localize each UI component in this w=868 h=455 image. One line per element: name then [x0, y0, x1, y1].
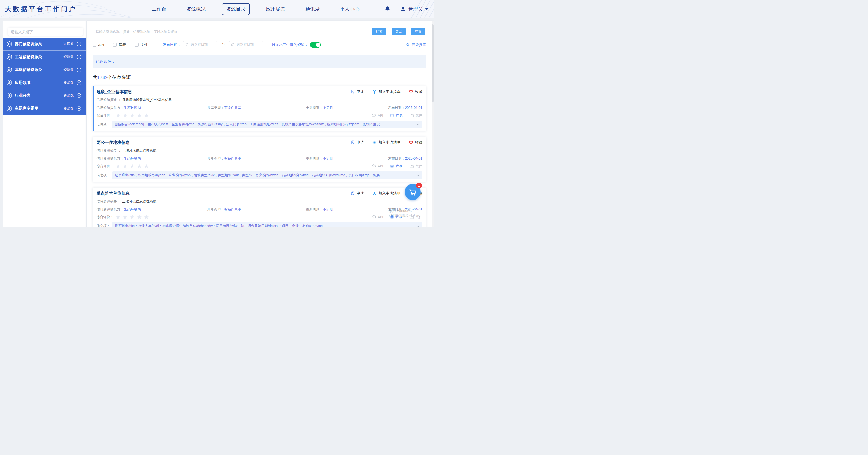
card-header: 重点监管单位信息 申请 加入申请清单	[96, 191, 422, 196]
star-icon	[130, 215, 135, 220]
export-button[interactable]: 导出	[392, 28, 406, 35]
hexagon-cube-icon	[6, 54, 12, 60]
update-cycle-value: 不定期	[323, 106, 333, 109]
sidebar-item-subject-info[interactable]: 主题信息资源类资源数	[3, 51, 86, 63]
rating-stars	[116, 164, 149, 169]
resource-card-list: 危废_企业基本信息 申请 加入申请清单	[93, 86, 426, 228]
card-actions: 申请 加入申请清单 收藏	[350, 90, 422, 94]
channel-list: API 库表 文件	[371, 164, 422, 169]
chevron-circle-icon[interactable]	[76, 80, 82, 86]
nav-resource-catalog[interactable]: 资源目录	[222, 3, 250, 15]
chevron-circle-icon[interactable]	[76, 54, 82, 60]
star-icon	[144, 164, 149, 169]
date-from-input[interactable]: 请选择日期	[183, 41, 217, 48]
favorite-button[interactable]: 收藏	[409, 90, 422, 94]
publish-date-value: 2025-04-01	[405, 106, 422, 109]
nav-contacts[interactable]: 通讯录	[302, 4, 324, 14]
sidebar-item-basic-info[interactable]: 基础信息资源类资源数	[3, 63, 86, 76]
info-items-row: 信息项： 是否退出/sftc；行业大类/hydl；初步调查报告编制单位/dcbg…	[96, 222, 422, 228]
apply-doc-icon	[350, 191, 355, 196]
resource-title[interactable]: 两公一住地块信息	[96, 140, 130, 145]
nav-personal-center[interactable]: 个人中心	[336, 4, 363, 14]
publish-date-field: 发布日期：2025-04-01	[388, 207, 422, 212]
header-right: 管理员	[384, 0, 429, 18]
resource-title[interactable]: 危废_企业基本信息	[96, 89, 132, 95]
result-count-number: 1742	[97, 75, 107, 80]
info-items-label: 信息项：	[96, 171, 110, 177]
filter-checkbox-api[interactable]: API	[93, 43, 104, 47]
sidebar-item-department-info[interactable]: 部门信息资源类资源数	[3, 38, 86, 51]
category-label: 应用领域	[15, 80, 63, 85]
nav-resource-overview[interactable]: 资源概况	[182, 4, 210, 14]
user-menu[interactable]: 管理员	[400, 6, 429, 12]
sidebar-item-theme-special-library[interactable]: 主题库专题库资源数	[3, 102, 86, 115]
resource-search-input[interactable]	[93, 28, 368, 35]
add-to-apply-list-button[interactable]: 加入申请清单	[372, 191, 400, 196]
sidebar-item-application-domain[interactable]: 应用领域资源数	[3, 76, 86, 89]
category-sidebar: 部门信息资源类资源数主题信息资源类资源数基础信息资源类资源数应用领域资源数行业分…	[3, 21, 86, 228]
favorite-button[interactable]: 收藏	[409, 140, 422, 145]
apply-button[interactable]: 申请	[350, 140, 364, 145]
app-header: 大数据平台工作门户 工作台 资源概况 资源目录 应用场景 通讯录 个人中心 管理…	[0, 0, 434, 18]
info-items-band: 删除标记/deleteflag；生产状态/sczt；企业名称/qymc；所属行业…	[112, 121, 422, 128]
provider-value[interactable]: 生态环境局	[124, 207, 141, 211]
sidebar-search-input[interactable]	[11, 30, 80, 34]
chevron-circle-icon[interactable]	[76, 41, 82, 47]
add-to-apply-list-button[interactable]: 加入申请清单	[372, 90, 400, 94]
folder-icon	[409, 164, 414, 169]
apply-doc-icon	[350, 90, 355, 94]
star-icon	[137, 113, 142, 118]
reset-button[interactable]: 重置	[411, 28, 425, 35]
apply-button[interactable]: 申请	[350, 191, 364, 196]
database-icon	[390, 215, 394, 220]
nav-application-scenarios[interactable]: 应用场景	[262, 4, 289, 14]
channel-table[interactable]: 库表	[390, 215, 403, 220]
apply-button[interactable]: 申请	[350, 90, 364, 94]
advanced-search-link[interactable]: 高级搜索	[406, 42, 426, 47]
info-items-text: 删除标记/deleteflag；生产状态/sczt；企业名称/qymc；所属行业…	[115, 122, 382, 126]
only-applicable-toggle[interactable]	[310, 42, 321, 47]
update-cycle-field: 更新周期：不定期	[306, 157, 388, 161]
channel-table[interactable]: 库表	[390, 113, 403, 118]
provider-field: 信息资源提供方：生态环境局	[96, 157, 207, 161]
channel-api: API	[371, 113, 383, 118]
provider-value[interactable]: 生态环境局	[124, 157, 141, 160]
search-icon	[406, 42, 410, 47]
date-to-input[interactable]: 请选择日期	[229, 41, 263, 48]
star-icon	[137, 215, 142, 220]
info-items-band: 是否退出/sftc；农用地编号/nydbh；企业编号/qybh；地块类型/dkl…	[112, 171, 422, 179]
chevron-down-icon[interactable]	[416, 173, 420, 177]
star-icon	[123, 215, 128, 220]
bell-icon[interactable]	[384, 6, 391, 12]
resource-search-row: 搜索 导出 重置	[93, 28, 426, 35]
sidebar-item-industry-category[interactable]: 行业分类资源数	[3, 89, 86, 102]
star-icon	[144, 113, 149, 118]
page: 大数据平台工作门户 工作台 资源概况 资源目录 应用场景 通讯录 个人中心 管理…	[0, 0, 434, 228]
publish-date-field: 发布日期：2025-04-01	[388, 106, 422, 110]
rating-label: 综合评价：	[96, 164, 114, 168]
filter-checkbox-file[interactable]: 文件	[135, 42, 148, 47]
share-type-value: 有条件共享	[224, 106, 241, 109]
share-type-field: 共享类型：有条件共享	[207, 106, 306, 110]
search-button[interactable]: 搜索	[372, 28, 386, 35]
chevron-down-icon[interactable]	[416, 224, 420, 228]
star-icon	[144, 215, 149, 220]
channel-table[interactable]: 库表	[390, 164, 403, 169]
resource-card: 重点监管单位信息 申请 加入申请清单	[93, 188, 426, 228]
hexagon-cube-icon	[6, 105, 12, 112]
chevron-circle-icon[interactable]	[76, 93, 82, 98]
filter-checkbox-table[interactable]: 库表	[113, 42, 126, 47]
provider-field: 信息资源提供方：生态环境局	[96, 207, 207, 212]
chevron-down-icon[interactable]	[416, 123, 420, 126]
resource-title[interactable]: 重点监管单位信息	[96, 191, 130, 196]
chevron-circle-icon[interactable]	[76, 67, 82, 73]
update-cycle-field: 更新周期：不定期	[306, 207, 388, 212]
scrollbar-thumb[interactable]	[432, 24, 434, 102]
info-items-row: 信息项： 删除标记/deleteflag；生产状态/sczt；企业名称/qymc…	[96, 121, 422, 128]
chevron-circle-icon[interactable]	[76, 106, 82, 111]
nav-workbench[interactable]: 工作台	[148, 4, 170, 14]
add-to-apply-list-button[interactable]: 加入申请清单	[372, 140, 400, 145]
sidebar-search-box	[8, 28, 83, 36]
provider-value[interactable]: 生态环境局	[124, 106, 141, 109]
update-cycle-field: 更新周期：不定期	[306, 106, 388, 110]
